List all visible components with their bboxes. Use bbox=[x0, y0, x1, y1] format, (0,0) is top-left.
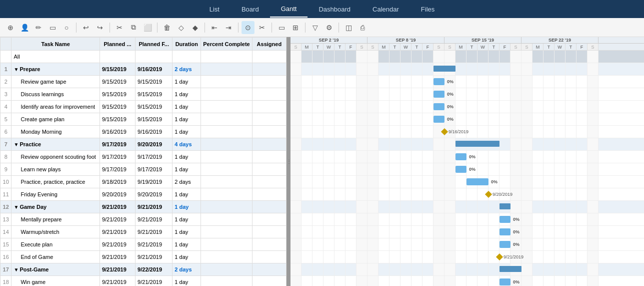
pct-label: 0% bbox=[513, 242, 520, 247]
nav-item-calendar[interactable]: Calendar bbox=[362, 2, 410, 17]
gantt-task-bar[interactable]: 0% bbox=[456, 153, 466, 160]
gantt-task-bar[interactable]: 0% bbox=[500, 216, 510, 223]
planned-finish: 9/20/2019 bbox=[136, 138, 172, 151]
duration: 2 days bbox=[172, 263, 201, 276]
task-name[interactable]: Warmup/stretch bbox=[12, 226, 100, 238]
table-row[interactable]: 9Learn new plays9/17/20199/17/20191 day bbox=[0, 163, 286, 176]
col-header-dur: Duration bbox=[172, 38, 201, 51]
week-label: SEP 2 '19 bbox=[290, 37, 368, 43]
table-row[interactable]: 3Discuss learnings9/15/20199/15/20191 da… bbox=[0, 88, 286, 101]
cell-button[interactable]: ▭ bbox=[46, 21, 59, 34]
redo-button[interactable]: ↪ bbox=[94, 21, 106, 34]
indent-button[interactable]: ⇥ bbox=[222, 21, 235, 34]
diamond2-button[interactable]: ◆ bbox=[188, 21, 202, 34]
gantt-task-bar[interactable]: 0% bbox=[434, 78, 444, 85]
gantt-task-bar[interactable]: 0% bbox=[500, 228, 510, 235]
table-row[interactable]: 1▼Prepare9/15/20199/16/20192 days bbox=[0, 63, 286, 76]
gantt-row bbox=[290, 51, 644, 63]
task-name[interactable]: Discuss learnings bbox=[12, 88, 100, 101]
task-name[interactable]: Monday Morning bbox=[12, 126, 100, 138]
outdent-button[interactable]: ⇤ bbox=[208, 21, 221, 34]
col-header-name: Task Name bbox=[12, 38, 100, 51]
day-cell: W bbox=[324, 44, 334, 50]
gantt-row bbox=[290, 276, 644, 286]
table-row[interactable]: 2Review game tape9/15/20199/15/20191 day bbox=[0, 76, 286, 88]
nav-item-files[interactable]: Files bbox=[410, 2, 446, 17]
task-name[interactable]: Practice, practice, practice bbox=[12, 176, 100, 188]
task-name[interactable]: Review opponent scouting foot bbox=[12, 151, 100, 163]
shape-button[interactable]: ○ bbox=[60, 21, 73, 34]
day-cell: W bbox=[478, 44, 488, 50]
gantt-task-bar[interactable]: 0% bbox=[434, 116, 444, 123]
table-row[interactable]: 8Review opponent scouting foot9/17/20199… bbox=[0, 151, 286, 163]
table-row[interactable]: 10Practice, practice, practice9/18/20199… bbox=[0, 176, 286, 188]
link-end-button[interactable]: ✂ bbox=[256, 21, 268, 34]
bar-view-button[interactable]: ▭ bbox=[275, 21, 288, 34]
cut-button[interactable]: ✂ bbox=[113, 21, 126, 34]
row-number: 12 bbox=[0, 201, 12, 213]
task-name[interactable]: Win game bbox=[12, 276, 100, 287]
row-number: 7 bbox=[0, 138, 12, 151]
copy-button[interactable]: ⧉ bbox=[127, 21, 140, 34]
task-name[interactable]: Create game plan bbox=[12, 113, 100, 126]
task-name[interactable]: ▼Prepare bbox=[12, 63, 100, 76]
gantt-task-bar[interactable]: 0% bbox=[456, 166, 466, 173]
task-name[interactable]: Mentally prepare bbox=[12, 213, 100, 226]
planned-finish: 9/19/2019 bbox=[136, 176, 172, 188]
task-name[interactable]: ▼Practice bbox=[12, 138, 100, 151]
task-name[interactable]: Identify areas for improvement bbox=[12, 101, 100, 113]
nav-item-gantt[interactable]: Gantt bbox=[270, 1, 308, 18]
planned-finish: 9/15/2019 bbox=[136, 101, 172, 113]
table-row[interactable]: 6Monday Morning9/16/20199/16/20191 day bbox=[0, 126, 286, 138]
gantt-task-bar[interactable]: 0% bbox=[500, 278, 510, 285]
task-name[interactable]: Execute plan bbox=[12, 238, 100, 251]
table-row[interactable]: 11Friday Evening9/20/20199/20/20191 day bbox=[0, 188, 286, 201]
toolbar-separator bbox=[204, 23, 205, 33]
table-row[interactable]: 5Create game plan9/15/20199/15/20191 day bbox=[0, 113, 286, 126]
table-row[interactable]: 15Execute plan9/21/20199/21/20191 day bbox=[0, 238, 286, 251]
export-button[interactable]: ⎙ bbox=[356, 21, 369, 34]
task-name[interactable]: Review game tape bbox=[12, 76, 100, 88]
diamond1-button[interactable]: ◇ bbox=[174, 21, 188, 34]
task-name[interactable]: End of Game bbox=[12, 251, 100, 263]
table-row[interactable]: 13Mentally prepare9/21/20199/21/20191 da… bbox=[0, 213, 286, 226]
paste-button[interactable]: ⬜ bbox=[141, 21, 154, 34]
gantt-task-bar[interactable]: 0% bbox=[500, 241, 510, 248]
nav-item-dashboard[interactable]: Dashboard bbox=[308, 2, 362, 17]
table-row[interactable]: 4Identify areas for improvement9/15/2019… bbox=[0, 101, 286, 113]
table-row[interactable]: 14Warmup/stretch9/21/20199/21/20191 day bbox=[0, 226, 286, 238]
row-number: 13 bbox=[0, 213, 12, 226]
settings-button[interactable]: ⚙ bbox=[322, 21, 336, 34]
add-task-button[interactable]: ⊕ bbox=[4, 21, 17, 34]
task-name[interactable]: Friday Evening bbox=[12, 188, 100, 201]
link-start-button[interactable]: ⊙ bbox=[242, 21, 254, 34]
pct-label: 0% bbox=[469, 154, 476, 159]
edit-button[interactable]: ✏ bbox=[32, 21, 45, 34]
duration: 1 day bbox=[172, 163, 201, 176]
planned-start: 9/21/2019 bbox=[100, 263, 135, 276]
toolbar-separator bbox=[238, 23, 238, 33]
nav-item-board[interactable]: Board bbox=[230, 2, 270, 17]
table-row[interactable]: 12▼Game Day9/21/20199/21/20191 day bbox=[0, 201, 286, 213]
task-name[interactable]: ▼Game Day bbox=[12, 201, 100, 213]
table-row[interactable]: 16End of Game9/21/20199/21/20191 day bbox=[0, 251, 286, 263]
undo-button[interactable]: ↩ bbox=[80, 21, 92, 34]
grid-view-button[interactable]: ⊞ bbox=[289, 21, 302, 34]
task-name[interactable]: All bbox=[12, 51, 100, 63]
add-resource-button[interactable]: 👤 bbox=[18, 21, 31, 34]
table-row[interactable]: 17▼Post-Game9/21/20199/22/20192 days bbox=[0, 263, 286, 276]
table-row[interactable]: 7▼Practice9/17/20199/20/20194 days bbox=[0, 138, 286, 151]
task-name[interactable]: Learn new plays bbox=[12, 163, 100, 176]
filter-button[interactable]: ▽ bbox=[308, 21, 322, 34]
print-button[interactable]: ◫ bbox=[342, 21, 355, 34]
table-row[interactable]: All bbox=[0, 51, 286, 63]
task-name[interactable]: ▼Post-Game bbox=[12, 263, 100, 276]
gantt-task-bar[interactable]: 0% bbox=[434, 91, 444, 98]
nav-item-list[interactable]: List bbox=[198, 2, 230, 17]
gantt-task-bar[interactable]: 0% bbox=[434, 103, 444, 110]
planned-start: 9/17/2019 bbox=[100, 163, 135, 176]
delete-button[interactable]: 🗑 bbox=[160, 21, 174, 34]
table-row[interactable]: 18Win game9/21/20199/21/20191 day bbox=[0, 276, 286, 287]
gantt-body: 0%0%0%0%9/16/20190%0%0%9/20/20190%0%0%9/… bbox=[290, 51, 644, 286]
gantt-task-bar[interactable]: 0% bbox=[466, 178, 488, 185]
